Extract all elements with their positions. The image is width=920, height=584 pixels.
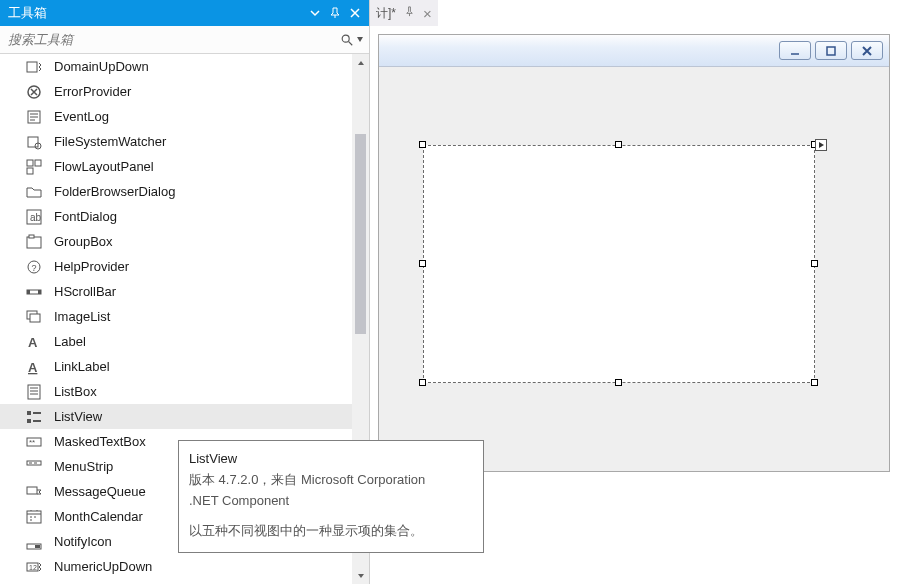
group-icon bbox=[26, 234, 42, 250]
panel-menu-icon[interactable] bbox=[305, 3, 325, 23]
toolbox-item-label: FolderBrowserDialog bbox=[54, 184, 175, 199]
toolbox-item[interactable]: ListBox bbox=[0, 379, 369, 404]
search-icon[interactable] bbox=[340, 33, 363, 47]
toolbox-item-label: MessageQueue bbox=[54, 484, 146, 499]
form-designer-surface[interactable] bbox=[378, 34, 890, 472]
listview-control[interactable] bbox=[423, 145, 815, 383]
scroll-down-icon[interactable] bbox=[352, 567, 369, 584]
minimize-button[interactable] bbox=[779, 41, 811, 60]
notify-icon bbox=[26, 534, 42, 550]
tooltip-component: .NET Component bbox=[189, 491, 473, 512]
close-tab-icon[interactable]: × bbox=[423, 6, 432, 21]
tooltip-description: 以五种不同视图中的一种显示项的集合。 bbox=[189, 521, 473, 542]
help-icon: ? bbox=[26, 259, 42, 275]
svg-rect-5 bbox=[28, 137, 38, 147]
svg-rect-23 bbox=[28, 385, 40, 399]
toolbox-item[interactable]: ALinkLabel bbox=[0, 354, 369, 379]
svg-rect-8 bbox=[35, 160, 41, 166]
hscroll-icon bbox=[26, 284, 42, 300]
pin-icon[interactable] bbox=[325, 3, 345, 23]
toolbox-item[interactable]: ImageList bbox=[0, 304, 369, 329]
svg-rect-12 bbox=[27, 237, 41, 248]
toolbox-item-label: ListView bbox=[54, 409, 102, 424]
toolbox-item[interactable]: ErrorProvider bbox=[0, 79, 369, 104]
document-tab[interactable]: 计]* × bbox=[370, 0, 438, 26]
resize-handle[interactable] bbox=[419, 260, 426, 267]
pin-icon[interactable] bbox=[404, 6, 415, 20]
tooltip-title: ListView bbox=[189, 449, 473, 470]
numeric-icon: 12 bbox=[26, 559, 42, 575]
close-panel-icon[interactable] bbox=[345, 3, 365, 23]
resize-handle[interactable] bbox=[811, 379, 818, 386]
resize-handle[interactable] bbox=[615, 141, 622, 148]
toolbox-item[interactable]: 12NumericUpDown bbox=[0, 554, 369, 579]
toolbox-item-label: DomainUpDown bbox=[54, 59, 149, 74]
toolbox-item-label: ErrorProvider bbox=[54, 84, 131, 99]
cal-icon bbox=[26, 509, 42, 525]
toolbox-item[interactable]: FileSystemWatcher bbox=[0, 129, 369, 154]
toolbox-item-label: ListBox bbox=[54, 384, 97, 399]
smart-tag-icon[interactable] bbox=[815, 139, 827, 151]
toolbox-item[interactable]: FolderBrowserDialog bbox=[0, 179, 369, 204]
toolbox-item-label: Label bbox=[54, 334, 86, 349]
toolbox-item[interactable]: ?HelpProvider bbox=[0, 254, 369, 279]
font-icon: ab bbox=[26, 209, 42, 225]
label-icon: A bbox=[26, 334, 42, 350]
svg-text:12: 12 bbox=[29, 564, 37, 571]
toolbox-item[interactable]: GroupBox bbox=[0, 229, 369, 254]
resize-handle[interactable] bbox=[811, 260, 818, 267]
toolbox-item-label: FileSystemWatcher bbox=[54, 134, 166, 149]
mq-icon bbox=[26, 484, 42, 500]
toolbox-item[interactable]: EventLog bbox=[0, 104, 369, 129]
toolbox-item-label: HScrollBar bbox=[54, 284, 116, 299]
svg-rect-25 bbox=[27, 419, 31, 423]
svg-point-1 bbox=[342, 35, 349, 42]
toolbox-item[interactable]: FlowLayoutPanel bbox=[0, 154, 369, 179]
tooltip-version: 版本 4.7.2.0，来自 Microsoft Corporation bbox=[189, 470, 473, 491]
listbox-icon bbox=[26, 384, 42, 400]
resize-handle[interactable] bbox=[615, 379, 622, 386]
toolbox-item-label: MaskedTextBox bbox=[54, 434, 146, 449]
svg-rect-29 bbox=[27, 487, 37, 494]
toolbox-titlebar: 工具箱 bbox=[0, 0, 369, 26]
scroll-up-icon[interactable] bbox=[352, 54, 369, 71]
tab-label: 计]* bbox=[376, 5, 396, 22]
design-canvas[interactable] bbox=[379, 67, 889, 471]
error-icon bbox=[26, 84, 42, 100]
toolbox-search bbox=[0, 26, 369, 54]
scroll-thumb[interactable] bbox=[355, 134, 366, 334]
toolbox-item[interactable]: ALabel bbox=[0, 329, 369, 354]
svg-rect-0 bbox=[827, 47, 835, 55]
svg-text:ab: ab bbox=[30, 212, 42, 223]
svg-rect-18 bbox=[38, 290, 41, 294]
svg-rect-9 bbox=[27, 168, 33, 174]
toolbox-item-label: MonthCalendar bbox=[54, 509, 143, 524]
resize-handle[interactable] bbox=[419, 379, 426, 386]
menu-icon bbox=[26, 459, 42, 475]
toolbox-item-label: MenuStrip bbox=[54, 459, 113, 474]
toolbox-item[interactable]: HScrollBar bbox=[0, 279, 369, 304]
eventlog-icon bbox=[26, 109, 42, 125]
imagelist-icon bbox=[26, 309, 42, 325]
masked-icon: ** bbox=[26, 434, 42, 450]
svg-text:A: A bbox=[28, 360, 38, 375]
svg-text:A: A bbox=[28, 335, 38, 350]
svg-rect-24 bbox=[27, 411, 31, 415]
toolbox-item-label: FontDialog bbox=[54, 209, 117, 224]
svg-rect-2 bbox=[27, 62, 37, 72]
fsw-icon bbox=[26, 134, 42, 150]
close-button[interactable] bbox=[851, 41, 883, 60]
link-icon: A bbox=[26, 359, 42, 375]
toolbox-item[interactable]: DomainUpDown bbox=[0, 54, 369, 79]
toolbox-item-label: NotifyIcon bbox=[54, 534, 112, 549]
maximize-button[interactable] bbox=[815, 41, 847, 60]
svg-rect-32 bbox=[35, 545, 40, 548]
search-input[interactable] bbox=[8, 32, 340, 47]
folder-icon bbox=[26, 184, 42, 200]
listview-icon bbox=[26, 409, 42, 425]
chevron-down-icon bbox=[357, 37, 363, 42]
tooltip: ListView 版本 4.7.2.0，来自 Microsoft Corpora… bbox=[178, 440, 484, 553]
toolbox-item[interactable]: ListView bbox=[0, 404, 369, 429]
resize-handle[interactable] bbox=[419, 141, 426, 148]
toolbox-item[interactable]: abFontDialog bbox=[0, 204, 369, 229]
